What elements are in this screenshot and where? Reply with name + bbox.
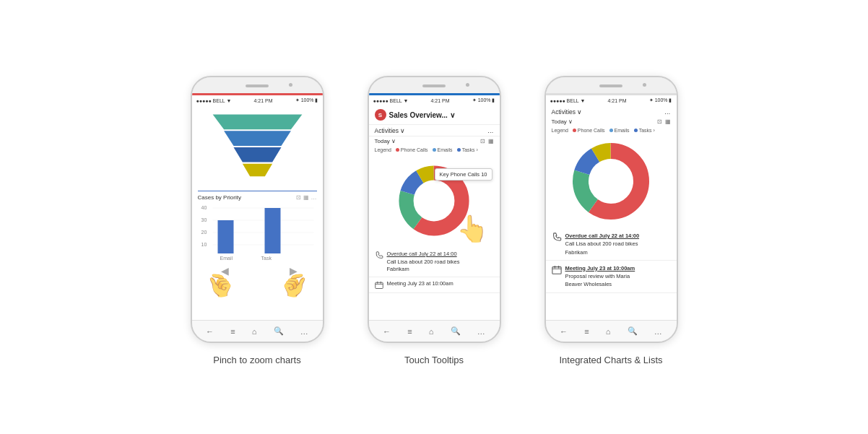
p3-activity-2: Meeting July 23 at 10:00am Proposal revi…: [546, 261, 677, 293]
p2-activity-2: Meeting July 23 at 10:00am: [369, 277, 500, 293]
chart-icon-2: ▦: [303, 194, 309, 201]
nav-menu[interactable]: ≡: [230, 327, 235, 336]
svg-text:20: 20: [201, 230, 207, 235]
phone-3-status-bar: ●●●●● BELL ▼ 4:21 PM ✦ 100% ▮: [546, 95, 677, 105]
phone-1-top-bar: [192, 77, 323, 93]
nav-search[interactable]: 🔍: [274, 326, 284, 336]
p3-legend-calls: Phone Calls: [573, 128, 605, 133]
p3-label-emails: Emails: [615, 128, 630, 133]
p2-header-title: Sales Overview... ∨: [389, 111, 494, 119]
phone-3-content: Activities ∨ … Today ∨ ⊡ ▦ Legend: [546, 105, 677, 320]
p2-call-icon: [375, 251, 383, 260]
phones-container: ●●●●● BELL ▼ 4:21 PM ✦ 100% ▮: [191, 69, 678, 365]
p2-header-icon: S: [375, 109, 386, 121]
nav-more[interactable]: …: [300, 327, 308, 336]
p2-section-title: Activities ∨ …: [369, 125, 500, 136]
svg-marker-0: [212, 115, 302, 130]
legend-label-tasks: Tasks ›: [462, 147, 478, 152]
p3-section-title: Activities ∨ …: [546, 105, 677, 117]
p3-activity-1: Overdue call July 22 at 14:00 Call Lisa …: [546, 228, 677, 261]
phone-3-speaker: [599, 84, 622, 87]
phone-2-status-bar: ●●●●● BELL ▼ 4:21 PM ✦ 100% ▮: [369, 95, 500, 105]
phone-section-2: ●●●●● BELL ▼ 4:21 PM ✦ 100% ▮ S Sales Ov…: [368, 76, 501, 365]
p3-icon-grid: ▦: [665, 118, 671, 125]
nav-search-2[interactable]: 🔍: [451, 326, 461, 336]
nav-home-2[interactable]: ⌂: [429, 327, 434, 336]
svg-text:10: 10: [201, 242, 207, 247]
p2-legend-label: Legend: [375, 147, 391, 152]
nav-home[interactable]: ⌂: [252, 327, 257, 336]
chart-section: Cases by Priority ⊡ ▦ … 40 30 20: [192, 191, 323, 266]
bar-chart-svg: 40 30 20 10: [198, 202, 317, 264]
status-right-3: ✦ 100% ▮: [649, 97, 672, 103]
tooltip-value: Phone Calls 10: [451, 171, 487, 178]
legend-dot-tasks: [457, 148, 461, 152]
p3-legend-label: Legend: [552, 128, 568, 133]
nav-search-3[interactable]: 🔍: [628, 326, 638, 336]
p2-donut-area: Key Phone Calls 10 👆: [369, 154, 500, 248]
status-right-2: ✦ 100% ▮: [472, 97, 495, 103]
nav-back[interactable]: ←: [206, 327, 214, 336]
p3-label-tasks: Tasks ›: [639, 128, 655, 133]
bar-chart-area: 40 30 20 10: [198, 202, 317, 264]
phone-1-label: Pinch to zoom charts: [213, 355, 300, 365]
p3-dot-emails: [609, 129, 613, 132]
p3-legend-emails: Emails: [609, 128, 630, 133]
svg-point-20: [415, 181, 453, 220]
p2-meeting-icon: [375, 281, 383, 290]
touch-hand: 👆: [456, 214, 489, 244]
nav-back-2[interactable]: ←: [383, 327, 391, 336]
svg-point-29: [590, 160, 632, 202]
chart-icon-1: ⊡: [296, 194, 301, 201]
phone-2-camera: [466, 83, 469, 87]
nav-home-3[interactable]: ⌂: [606, 327, 611, 336]
p2-header: S Sales Overview... ∨: [369, 105, 500, 125]
status-center: 4:21 PM: [253, 98, 272, 103]
svg-rect-21: [375, 282, 383, 288]
svg-text:40: 40: [201, 205, 207, 210]
nav-more-3[interactable]: …: [654, 327, 662, 336]
svg-marker-1: [224, 131, 291, 146]
svg-rect-12: [217, 220, 233, 253]
p2-activity-1-text: Overdue call July 22 at 14:00 Call Lisa …: [387, 251, 460, 274]
funnel-svg: [198, 108, 317, 188]
p2-icon-grid: ▦: [488, 138, 494, 144]
p3-donut-svg: [568, 138, 654, 225]
p3-section-label: Activities ∨: [552, 108, 583, 116]
nav-menu-2[interactable]: ≡: [407, 327, 412, 336]
p2-section-label: Activities ∨: [375, 127, 406, 134]
phone-3-camera: [643, 83, 646, 87]
p2-legend-emails: Emails: [433, 147, 453, 152]
p3-legend-row: Legend Phone Calls Emails Tasks ›: [546, 126, 677, 134]
p3-today-row: Today ∨ ⊡ ▦: [546, 117, 677, 126]
p3-activity-2-text: Meeting July 23 at 10:00am Proposal revi…: [565, 264, 635, 289]
pinch-hand-left: 🤏: [200, 266, 239, 304]
status-right: ✦ 100% ▮: [295, 97, 318, 103]
funnel-area: [192, 105, 323, 191]
chart-header-icons: ⊡ ▦ …: [296, 194, 317, 201]
nav-menu-3[interactable]: ≡: [584, 327, 589, 336]
phone-section-1: ●●●●● BELL ▼ 4:21 PM ✦ 100% ▮: [191, 76, 324, 365]
arrow-right: ▶: [290, 265, 298, 277]
phone-3-top-bar: [546, 77, 677, 93]
chart-title: Cases by Priority: [198, 194, 241, 201]
status-left-3: ●●●●● BELL ▼: [550, 98, 586, 103]
nav-more-2[interactable]: …: [477, 327, 485, 336]
p2-tooltip: Key Phone Calls 10: [435, 168, 492, 181]
phone-section-3: ●●●●● BELL ▼ 4:21 PM ✦ 100% ▮ Activities…: [544, 76, 678, 365]
svg-text:Task: Task: [261, 256, 272, 261]
legend-dot-calls: [396, 148, 399, 152]
nav-back-3[interactable]: ←: [560, 327, 568, 336]
p3-section-dots: …: [664, 108, 671, 116]
p2-today: Today ∨: [375, 138, 396, 144]
phone-3: ●●●●● BELL ▼ 4:21 PM ✦ 100% ▮ Activities…: [544, 76, 678, 343]
p2-legend-row: Legend Phone Calls Emails Tasks ›: [369, 146, 500, 154]
chart-header: Cases by Priority ⊡ ▦ …: [198, 194, 317, 201]
phone-2-speaker: [422, 84, 446, 87]
p3-dot-tasks: [634, 129, 638, 132]
pinch-hand-right: 🤏: [276, 266, 315, 304]
p3-donut-area: [546, 134, 677, 228]
phone-1: ●●●●● BELL ▼ 4:21 PM ✦ 100% ▮: [191, 76, 324, 343]
p2-section-dots: …: [487, 127, 494, 134]
legend-label-calls: Phone Calls: [401, 147, 428, 152]
